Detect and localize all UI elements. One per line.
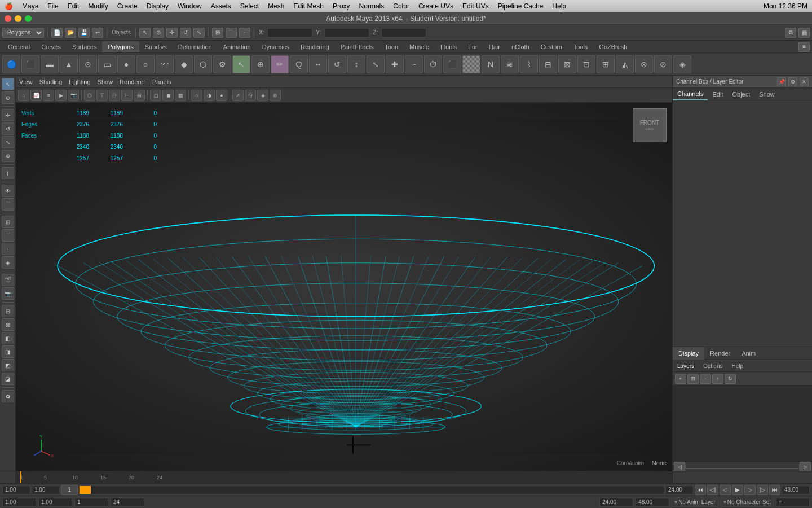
vp-front-btn[interactable]: ⊡ — [109, 90, 120, 101]
menu-modify[interactable]: Modify — [88, 2, 108, 10]
menu-select[interactable]: Select — [240, 2, 259, 10]
shelf-icon-platonic[interactable]: ◆ — [175, 55, 193, 73]
shelf-icon-lasso[interactable]: ⊕ — [251, 55, 270, 73]
menu-normals[interactable]: Normals — [359, 2, 385, 10]
rotate-mode-btn[interactable]: ↺ — [2, 122, 14, 135]
tab-tools[interactable]: Tools — [568, 41, 594, 52]
menu-create-uvs[interactable]: Create UVs — [418, 2, 453, 10]
vm-renderer[interactable]: Renderer — [120, 78, 145, 85]
tab-polygons[interactable]: Polygons — [102, 41, 139, 52]
layer-tab-anim[interactable]: Anim — [736, 347, 761, 360]
snap-view-btn[interactable]: ◈ — [2, 256, 14, 269]
snap-grid-left-btn[interactable]: ⊞ — [2, 216, 14, 228]
shelf-icon-crease[interactable]: ⌇ — [520, 55, 538, 73]
tab-dynamics[interactable]: Dynamics — [257, 41, 295, 52]
tab-toon[interactable]: Toon — [379, 41, 404, 52]
vp-texture-btn[interactable]: ▦ — [175, 90, 186, 101]
render-icon-btn[interactable]: 🎬 — [2, 274, 14, 286]
shelf-icon-scale[interactable]: ↕ — [347, 55, 365, 73]
tab-gozbrush[interactable]: GoZBrush — [593, 41, 633, 52]
vp-arrow-btn[interactable]: ↗ — [232, 90, 244, 101]
layer-move-btn[interactable]: ↑ — [712, 374, 723, 384]
timeline-track[interactable] — [79, 485, 664, 494]
save-scene-btn[interactable]: 💾 — [78, 28, 90, 38]
go-start-btn[interactable]: ⏮ — [695, 485, 706, 495]
frame-end-field[interactable]: 24 — [111, 498, 144, 507]
snap-curve-btn[interactable]: ⌒ — [226, 28, 237, 38]
layer-stab-help[interactable]: Help — [727, 360, 748, 372]
select-btn[interactable]: ↖ — [139, 28, 151, 38]
snap-point-btn[interactable]: · — [239, 28, 250, 38]
vp-light-default-btn[interactable]: ◑ — [204, 90, 215, 101]
current-frame-field2[interactable]: 1.00 — [32, 485, 60, 494]
shelf-icon-torus[interactable]: ⊙ — [79, 55, 97, 73]
menu-create[interactable]: Create — [117, 2, 138, 10]
shelf-icon-quick-sel[interactable]: Q — [290, 55, 308, 73]
minimize-button[interactable] — [15, 15, 21, 22]
anim-end-val[interactable]: 24.00 — [599, 498, 633, 507]
snap-curve-left-btn[interactable]: ⌒ — [2, 229, 14, 242]
layer-tab-render[interactable]: Render — [704, 347, 736, 360]
icon-e[interactable]: ◩ — [2, 359, 14, 371]
shelf-icon-rotate[interactable]: ↺ — [328, 55, 346, 73]
universal-mode-btn[interactable]: ⊕ — [2, 150, 14, 162]
start-frame-field[interactable]: 1.00 — [2, 485, 30, 494]
tab-hair[interactable]: Hair — [483, 41, 506, 52]
vm-lighting[interactable]: Lighting — [69, 78, 91, 85]
layer-tab-display[interactable]: Display — [673, 347, 704, 360]
shelf-icon-sphere[interactable]: 🔵 — [2, 55, 20, 73]
vm-show[interactable]: Show — [98, 78, 113, 85]
prev-frame-btn[interactable]: ◁ — [720, 485, 731, 495]
vp-top-btn[interactable]: ⊤ — [96, 90, 108, 101]
layer-del-btn[interactable]: - — [700, 374, 711, 384]
vp-home-btn[interactable]: ⌂ — [18, 90, 29, 101]
cb-tab-object[interactable]: Object — [727, 88, 754, 100]
menu-color[interactable]: Color — [393, 2, 409, 10]
layer-refresh-btn[interactable]: ↻ — [725, 374, 736, 384]
tabs-expand-btn[interactable]: ≡ — [798, 42, 810, 52]
snap-grid-btn[interactable]: ⊞ — [212, 28, 223, 38]
layer-scroll-left[interactable]: ◁ — [674, 462, 685, 472]
vp-side-btn[interactable]: ⊢ — [121, 90, 133, 101]
anim-layer-dropdown[interactable]: ▾ — [674, 499, 677, 505]
shelf-icon-merge[interactable]: ⊗ — [635, 55, 653, 73]
shelf-icon-select-tool[interactable]: ↖ — [232, 55, 250, 73]
icon-c[interactable]: ◧ — [2, 332, 14, 344]
shelf-icon-gear[interactable]: ⚙ — [213, 55, 231, 73]
icon-d[interactable]: ◨ — [2, 345, 14, 358]
icon-f[interactable]: ◪ — [2, 373, 14, 385]
vp-light-all-btn[interactable]: ● — [216, 90, 227, 101]
shelf-icon-soft[interactable]: ~ — [405, 55, 423, 73]
tab-muscle[interactable]: Muscle — [404, 41, 435, 52]
apple-icon[interactable]: 🍎 — [5, 2, 13, 10]
tab-fluids[interactable]: Fluids — [435, 41, 462, 52]
channel-box-content[interactable] — [673, 100, 812, 347]
shelf-icon-paint-sel[interactable]: ✏ — [271, 55, 289, 73]
cb-tab-edit[interactable]: Edit — [708, 88, 727, 100]
lasso-mode-btn[interactable]: ⊙ — [2, 91, 14, 104]
vp-layout-btn[interactable]: ⊞ — [134, 90, 145, 101]
cb-pin-btn[interactable]: 📌 — [777, 77, 786, 86]
move-mode-btn[interactable]: ✛ — [2, 109, 14, 121]
layer-scroll-right[interactable]: ▷ — [800, 462, 811, 472]
rotate-btn[interactable]: ↺ — [180, 28, 191, 38]
frame-val1[interactable]: 1.00 — [2, 498, 36, 507]
shelf-icon-checker[interactable] — [462, 55, 480, 73]
fps-field[interactable]: 48.00 — [782, 485, 810, 494]
new-scene-btn[interactable]: 📄 — [51, 28, 63, 38]
menu-display[interactable]: Display — [147, 2, 169, 10]
move-btn[interactable]: ✛ — [166, 28, 178, 38]
curve-btn[interactable]: ⌒ — [2, 198, 14, 211]
play-btn[interactable]: ▶ — [732, 485, 743, 495]
tab-fur[interactable]: Fur — [462, 41, 483, 52]
select-mode-btn[interactable]: ↖ — [2, 78, 14, 90]
x-field[interactable] — [267, 28, 312, 37]
lasso-btn[interactable]: ⊙ — [153, 28, 164, 38]
layer-new-btn[interactable]: + — [675, 374, 686, 384]
scale-btn[interactable]: ⤡ — [193, 28, 205, 38]
tab-paint-effects[interactable]: PaintEffects — [335, 41, 379, 52]
menu-maya[interactable]: Maya — [22, 2, 38, 10]
next-frame-btn[interactable]: ▷ — [744, 485, 756, 495]
shelf-icon-soccer[interactable]: ⬡ — [194, 55, 212, 73]
vm-view[interactable]: View — [19, 78, 33, 85]
